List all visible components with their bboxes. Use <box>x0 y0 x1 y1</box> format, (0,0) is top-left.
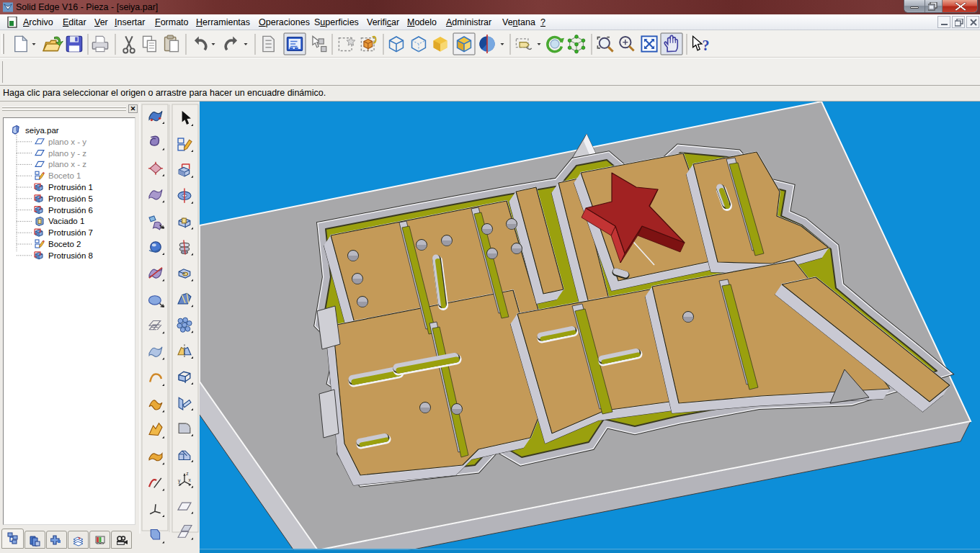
svg-text:plano x - y: plano x - y <box>48 138 86 146</box>
svg-text:Protrusión 8: Protrusión 8 <box>48 251 93 260</box>
svg-text:Vaciado 1: Vaciado 1 <box>48 217 84 225</box>
svg-text:Boceto 2: Boceto 2 <box>48 240 81 248</box>
svg-text:plano y - z: plano y - z <box>48 149 86 158</box>
svg-text:Protrusión 5: Protrusión 5 <box>48 194 93 203</box>
svg-text:?: ? <box>703 37 710 53</box>
svg-text:seiya.par: seiya.par <box>25 126 59 135</box>
svg-text:Protrusión 1: Protrusión 1 <box>48 183 93 192</box>
svg-text:plano x - z: plano x - z <box>48 160 86 168</box>
svg-text:Protrusión 7: Protrusión 7 <box>48 228 93 237</box>
svg-text:Protrusión 6: Protrusión 6 <box>48 206 93 215</box>
svg-text:Boceto 1: Boceto 1 <box>48 171 81 180</box>
